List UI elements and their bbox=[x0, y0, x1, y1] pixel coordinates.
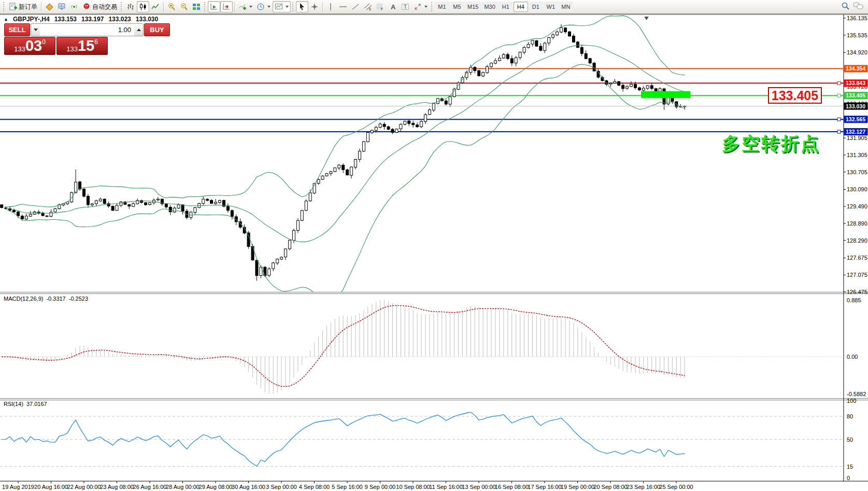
rsi-scale-label: 80 bbox=[847, 413, 853, 419]
timeframe-button-H4[interactable]: H4 bbox=[514, 2, 528, 12]
timeframe-button-MN[interactable]: MN bbox=[559, 2, 573, 12]
text-label-tool-button[interactable]: T bbox=[399, 1, 411, 12]
arrows-tool-button[interactable] bbox=[411, 1, 430, 12]
tick-direction-icon: ▲ bbox=[4, 17, 8, 22]
clock-icon bbox=[257, 3, 265, 11]
timeframe-button-M30[interactable]: M30 bbox=[481, 2, 497, 12]
chart-window[interactable]: 136.135135.535134.920134.320133.720133.1… bbox=[0, 14, 868, 491]
price-badge: 132.127 bbox=[844, 128, 868, 135]
date-tick-label: 26 Aug 16:00 bbox=[133, 484, 167, 490]
rsi-scale-label: 100 bbox=[847, 398, 856, 404]
date-tick-label: 19 Sep 00:00 bbox=[561, 484, 594, 490]
timeframe-button-D1[interactable]: D1 bbox=[529, 2, 543, 12]
line-chart-mode-button[interactable] bbox=[149, 1, 162, 12]
date-tick-label: 3 Sep 00:00 bbox=[266, 484, 296, 490]
price-tick-label: 131.905 bbox=[847, 135, 867, 141]
hline-handle[interactable] bbox=[837, 118, 841, 121]
ohlc-low: 133.023 bbox=[108, 16, 131, 23]
zoom-in-button[interactable] bbox=[165, 1, 178, 12]
chat-icon[interactable] bbox=[853, 2, 863, 12]
zoom-out-icon bbox=[180, 3, 188, 11]
date-tick-label: 11 Sep 16:00 bbox=[429, 484, 463, 490]
new-order-button[interactable]: 新订单 bbox=[7, 1, 39, 12]
trendline-tool-button[interactable] bbox=[349, 1, 362, 12]
signal-icon bbox=[70, 3, 78, 11]
text-tool-button[interactable]: A bbox=[387, 1, 399, 12]
hline-handle[interactable] bbox=[837, 130, 841, 133]
date-tick-label: 5 Sep 16:00 bbox=[332, 484, 362, 490]
vertical-line-tool-button[interactable] bbox=[324, 1, 337, 12]
zoom-out-button[interactable] bbox=[178, 1, 190, 12]
rsi-indicator-label: RSI(14) 37.0167 bbox=[4, 401, 47, 407]
chart-canvas[interactable]: 136.135135.535134.920134.320133.720133.1… bbox=[0, 14, 868, 491]
crosshair-icon bbox=[310, 3, 319, 11]
svg-text:133.843: 133.843 bbox=[846, 80, 865, 86]
autotrading-button[interactable]: 自动交易 bbox=[80, 1, 119, 12]
volume-input[interactable] bbox=[40, 24, 134, 36]
price-callout-label[interactable]: 133.405 bbox=[768, 87, 822, 104]
chart-shift-button[interactable] bbox=[220, 1, 233, 12]
date-tick-label: 23 Sep 16:00 bbox=[627, 484, 660, 490]
rsi-name: RSI(14) bbox=[4, 401, 23, 407]
candlestick-icon bbox=[139, 3, 147, 11]
price-badge: 133.843 bbox=[844, 79, 868, 87]
timeframe-button-W1[interactable]: W1 bbox=[544, 2, 558, 12]
buy-price-display[interactable]: 133156 bbox=[56, 37, 108, 55]
macd-scale-min: -0.5882 bbox=[847, 391, 866, 397]
sell-price-big: 03 bbox=[25, 38, 42, 53]
timeframe-button-M5[interactable]: M5 bbox=[450, 2, 464, 12]
autotrading-icon bbox=[82, 3, 91, 11]
hline-handle[interactable] bbox=[837, 94, 841, 97]
timeframe-button-M1[interactable]: M1 bbox=[435, 2, 449, 12]
volume-decrease-button[interactable] bbox=[31, 24, 40, 36]
sell-price-small: 133 bbox=[14, 46, 25, 52]
profiles-button[interactable] bbox=[43, 1, 55, 12]
fibonacci-tool-button[interactable]: F bbox=[374, 1, 387, 12]
date-tick-label: 4 Sep 08:00 bbox=[299, 484, 330, 490]
price-tick-label: 126.475 bbox=[847, 289, 867, 295]
crosshair-tool-button[interactable] bbox=[308, 1, 321, 12]
tile-windows-button[interactable] bbox=[190, 1, 203, 12]
symbol-header: ▲ GBPJPY-,H4 133.153 133.197 133.023 133… bbox=[4, 16, 158, 23]
signals-button[interactable] bbox=[68, 1, 80, 12]
indicators-button[interactable] bbox=[236, 1, 254, 12]
text-label-icon: T bbox=[401, 3, 409, 11]
dropdown-caret-icon bbox=[249, 6, 252, 8]
highlight-rectangle[interactable] bbox=[641, 91, 690, 98]
cursor-icon bbox=[298, 3, 306, 11]
ohlc-close: 133.030 bbox=[136, 16, 158, 23]
macd-scale-max: 0.885 bbox=[847, 297, 861, 303]
bar-chart-mode-button[interactable] bbox=[124, 1, 137, 12]
sell-price-display[interactable]: 133030 bbox=[4, 37, 55, 55]
horizontal-line-tool-button[interactable] bbox=[337, 1, 349, 12]
toolbar-grip bbox=[292, 2, 294, 11]
cursor-tool-button[interactable] bbox=[296, 1, 308, 12]
macd-signal-value: -0.2523 bbox=[69, 296, 88, 302]
search-icon[interactable] bbox=[841, 2, 850, 12]
sell-button[interactable]: SELL bbox=[4, 23, 30, 36]
channel-tool-button[interactable]: E bbox=[362, 1, 374, 12]
price-tick-label: 127.075 bbox=[847, 272, 867, 278]
periods-button[interactable] bbox=[254, 1, 273, 12]
dropdown-caret-icon bbox=[267, 6, 271, 8]
rsi-scale-label: 0 bbox=[847, 475, 850, 481]
horizontal-line-icon bbox=[339, 3, 347, 11]
auto-scroll-button[interactable] bbox=[208, 1, 220, 12]
volume-increase-button[interactable] bbox=[134, 24, 143, 36]
turning-point-annotation[interactable]: 多空转折点 bbox=[722, 132, 820, 156]
buy-button[interactable]: BUY bbox=[144, 23, 170, 36]
timeframe-button-M15[interactable]: M15 bbox=[465, 2, 481, 12]
date-tick-label: 20 Aug 16:00 bbox=[34, 484, 68, 490]
volume-stepper bbox=[31, 23, 144, 36]
toolbar-grip bbox=[121, 2, 123, 11]
toolbar-grip bbox=[204, 2, 206, 11]
market-watch-button[interactable] bbox=[55, 1, 68, 12]
price-tick-label: 136.135 bbox=[847, 15, 867, 21]
templates-button[interactable] bbox=[273, 1, 291, 12]
date-tick-label: 17 Sep 16:00 bbox=[528, 484, 561, 490]
hline-handle[interactable] bbox=[837, 81, 841, 85]
timeframe-button-H1[interactable]: H1 bbox=[499, 2, 513, 12]
candlestick-mode-button[interactable] bbox=[137, 1, 149, 12]
fibonacci-icon: F bbox=[376, 3, 385, 11]
main-toolbar: 新订单 自动交易 E F A T M1M5M15M30H1H4D1W1MN bbox=[0, 0, 868, 14]
